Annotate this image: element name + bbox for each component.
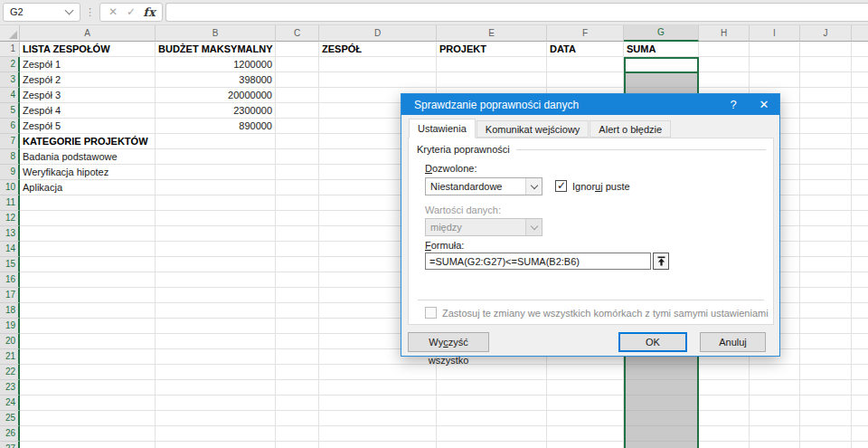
cell-H1[interactable]: [699, 42, 750, 57]
cell-I27[interactable]: [750, 442, 800, 448]
cell-E25[interactable]: [437, 411, 547, 426]
cell-x2[interactable]: [852, 57, 868, 72]
cell-A19[interactable]: [20, 319, 156, 334]
cell-B10[interactable]: [156, 180, 276, 195]
cell-x14[interactable]: [852, 242, 868, 257]
cell-B2[interactable]: 1200000: [156, 57, 276, 72]
cell-F23[interactable]: [547, 380, 624, 396]
cell-A24[interactable]: [20, 396, 156, 411]
cell-B18[interactable]: [156, 303, 276, 319]
cell-J5[interactable]: [800, 103, 852, 119]
row-header-3[interactable]: 3: [0, 72, 20, 88]
cell-C9[interactable]: [276, 165, 319, 180]
cell-J21[interactable]: [800, 349, 852, 365]
cell-A3[interactable]: Zespół 2: [20, 72, 156, 88]
cell-x18[interactable]: [852, 303, 868, 319]
cell-E27[interactable]: [437, 442, 547, 448]
column-header-J[interactable]: J: [800, 25, 852, 42]
ok-button[interactable]: OK: [618, 332, 687, 352]
cell-C25[interactable]: [276, 411, 319, 426]
cell-A18[interactable]: [20, 303, 156, 319]
cell-H22[interactable]: [699, 365, 750, 380]
row-header-12[interactable]: 12: [0, 211, 20, 226]
cell-D23[interactable]: [319, 380, 437, 396]
cell-J6[interactable]: [800, 119, 852, 134]
column-header-E[interactable]: E: [437, 25, 547, 42]
cell-x27[interactable]: [852, 442, 868, 448]
cell-x11[interactable]: [852, 195, 868, 211]
cell-x15[interactable]: [852, 257, 868, 272]
cell-F2[interactable]: [547, 57, 624, 72]
cell-I3[interactable]: [750, 72, 800, 88]
cell-C4[interactable]: [276, 88, 319, 103]
cell-J22[interactable]: [800, 365, 852, 380]
cell-J14[interactable]: [800, 242, 852, 257]
row-header-14[interactable]: 14: [0, 242, 20, 257]
cell-E3[interactable]: [437, 72, 547, 88]
column-header-B[interactable]: B: [156, 25, 276, 42]
cell-C10[interactable]: [276, 180, 319, 195]
cell-H26[interactable]: [699, 426, 750, 442]
cell-J27[interactable]: [800, 442, 852, 448]
cell-B6[interactable]: 890000: [156, 119, 276, 134]
row-header-1[interactable]: 1: [0, 42, 20, 57]
cell-B16[interactable]: [156, 272, 276, 288]
cell-A12[interactable]: [20, 211, 156, 226]
cell-I24[interactable]: [750, 396, 800, 411]
cell-A6[interactable]: Zespół 5: [20, 119, 156, 134]
cell-J10[interactable]: [800, 180, 852, 195]
cell-F24[interactable]: [547, 396, 624, 411]
cell-B23[interactable]: [156, 380, 276, 396]
cell-C18[interactable]: [276, 303, 319, 319]
cell-J25[interactable]: [800, 411, 852, 426]
clear-all-button[interactable]: Wyczyść wszystko: [408, 332, 489, 352]
cell-D2[interactable]: [319, 57, 437, 72]
cell-B24[interactable]: [156, 396, 276, 411]
cell-A21[interactable]: [20, 349, 156, 365]
cancel-button[interactable]: Anuluj: [700, 332, 766, 352]
cell-E1[interactable]: PROJEKT: [437, 42, 547, 57]
cell-A13[interactable]: [20, 226, 156, 242]
column-header-I[interactable]: I: [750, 25, 800, 42]
cell-x21[interactable]: [852, 349, 868, 365]
cell-B9[interactable]: [156, 165, 276, 180]
cell-x24[interactable]: [852, 396, 868, 411]
cell-B3[interactable]: 398000: [156, 72, 276, 88]
cell-x13[interactable]: [852, 226, 868, 242]
cell-C7[interactable]: [276, 134, 319, 149]
row-header-22[interactable]: 22: [0, 365, 20, 380]
cell-J19[interactable]: [800, 319, 852, 334]
cell-x17[interactable]: [852, 288, 868, 303]
cell-J13[interactable]: [800, 226, 852, 242]
row-header-23[interactable]: 23: [0, 380, 20, 396]
cell-C26[interactable]: [276, 426, 319, 442]
select-all-corner[interactable]: [0, 25, 20, 42]
cell-B15[interactable]: [156, 257, 276, 272]
enter-icon[interactable]: ✓: [122, 5, 140, 18]
cell-C14[interactable]: [276, 242, 319, 257]
tab-alert-o-bledzie[interactable]: Alert o błędzie: [590, 120, 671, 138]
cell-D3[interactable]: [319, 72, 437, 88]
cell-B8[interactable]: [156, 149, 276, 165]
row-header-9[interactable]: 9: [0, 165, 20, 180]
cell-E2[interactable]: [437, 57, 547, 72]
cell-C13[interactable]: [276, 226, 319, 242]
row-header-2[interactable]: 2: [0, 57, 20, 72]
row-header-19[interactable]: 19: [0, 319, 20, 334]
cell-I23[interactable]: [750, 380, 800, 396]
cell-E24[interactable]: [437, 396, 547, 411]
formula-bar[interactable]: [165, 3, 868, 22]
cell-C1[interactable]: [276, 42, 319, 57]
dropdown-button[interactable]: [525, 178, 542, 195]
cell-J26[interactable]: [800, 426, 852, 442]
row-header-18[interactable]: 18: [0, 303, 20, 319]
cell-I26[interactable]: [750, 426, 800, 442]
cell-J12[interactable]: [800, 211, 852, 226]
column-header-H[interactable]: H: [699, 25, 750, 42]
cell-H27[interactable]: [699, 442, 750, 448]
cell-C5[interactable]: [276, 103, 319, 119]
cell-D26[interactable]: [319, 426, 437, 442]
cell-B7[interactable]: [156, 134, 276, 149]
row-header-21[interactable]: 21: [0, 349, 20, 365]
cell-B5[interactable]: 2300000: [156, 103, 276, 119]
